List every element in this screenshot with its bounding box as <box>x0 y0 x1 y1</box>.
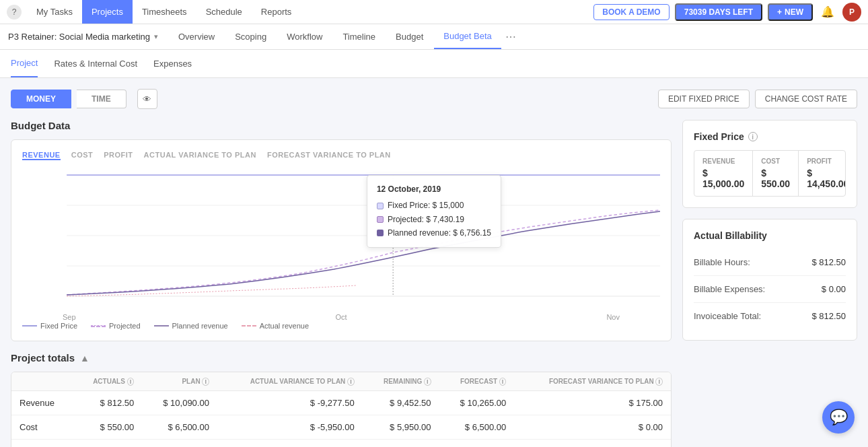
tab-overview[interactable]: Overview <box>169 24 224 49</box>
fixed-price-card: Fixed Price i REVENUE $ 15,000.00 COST $… <box>682 120 857 208</box>
eye-toggle[interactable]: 👁 <box>137 89 157 109</box>
chevron-down-icon: ▾ <box>154 32 158 41</box>
invoiceable-total-value: $ 812.50 <box>811 311 846 321</box>
project-totals-section: Project totals ▲ ACTUALS i PLAN i ACTUAL… <box>11 352 672 447</box>
tooltip-planned: Planned revenue: $ 6,756.15 <box>388 226 491 240</box>
help-icon[interactable]: ? <box>7 5 22 20</box>
legend-actual-variance[interactable]: ACTUAL VARIANCE TO PLAN <box>144 151 256 160</box>
table-row: Profit $ 262.50 $ 3,590.00 $ -3,327.50 $… <box>11 440 671 448</box>
billable-hours-label: Billable Hours: <box>694 257 750 267</box>
days-left-button[interactable]: 73039 DAYS LEFT <box>675 3 762 21</box>
profit-label: PROFIT <box>807 158 846 165</box>
plus-icon: + <box>777 7 782 17</box>
revenue-value: $ 15,000.00 <box>702 168 744 189</box>
top-nav: ? My Tasks Projects Timesheets Schedule … <box>0 0 868 24</box>
chat-widget[interactable]: 💬 <box>822 401 855 434</box>
tab-timeline[interactable]: Timeline <box>333 24 385 49</box>
table-row: Revenue $ 812.50 $ 10,090.00 $ -9,277.50… <box>11 391 671 415</box>
revenue-label: REVENUE <box>702 158 744 165</box>
budget-data-section: Budget Data REVENUE COST PROFIT ACTUAL V… <box>11 120 672 341</box>
billable-hours-value: $ 812.50 <box>811 257 846 267</box>
new-button[interactable]: + NEW <box>768 3 813 21</box>
nav-my-tasks[interactable]: My Tasks <box>27 0 82 24</box>
legend-revenue[interactable]: REVENUE <box>22 151 61 160</box>
x-label-oct: Oct <box>335 313 347 321</box>
tooltip-fixed-price: Fixed Price: $ 15,000 <box>388 199 464 212</box>
legend-profit[interactable]: PROFIT <box>104 151 133 160</box>
cost-value: $ 550.00 <box>761 168 790 189</box>
chart-legend-fixed-price: Fixed Price <box>40 322 77 330</box>
billable-expenses-value: $ 0.00 <box>822 284 846 294</box>
notification-icon[interactable]: 🔔 <box>818 3 837 22</box>
chart-legend-planned: Planned revenue <box>172 322 228 330</box>
nav-schedule[interactable]: Schedule <box>196 0 252 24</box>
tab-workflow[interactable]: Workflow <box>277 24 332 49</box>
nav-reports[interactable]: Reports <box>252 0 301 24</box>
col-plan: PLAN i <box>142 372 217 391</box>
actual-billability-title: Actual Billability <box>694 230 846 241</box>
sub-tab-expenses[interactable]: Expenses <box>153 50 192 77</box>
chart-legend-projected: Projected <box>109 322 140 330</box>
col-forecast: FORECAST i <box>439 372 515 391</box>
info-icon[interactable]: i <box>748 132 758 141</box>
sub-tabs: Project Rates & Internal Cost Expenses <box>0 50 868 78</box>
cost-label: COST <box>761 158 790 165</box>
avatar[interactable]: P <box>842 3 861 22</box>
project-name[interactable]: P3 Retainer: Social Media marketing ▾ <box>8 32 158 42</box>
legend-forecast-variance[interactable]: FORECAST VARIANCE TO PLAN <box>267 151 391 160</box>
billable-expenses-label: Billable Expenses: <box>694 284 765 294</box>
chart-tooltip: 12 October, 2019 Fixed Price: $ 15,000 P… <box>367 175 501 248</box>
tab-scoping[interactable]: Scoping <box>225 24 276 49</box>
change-cost-rate-button[interactable]: CHANGE COST RATE <box>755 90 857 108</box>
legend-cost[interactable]: COST <box>71 151 94 160</box>
project-bar: P3 Retainer: Social Media marketing ▾ Ov… <box>0 24 868 50</box>
actual-billability-card: Actual Billability Billable Hours: $ 812… <box>682 219 857 341</box>
fixed-price-title: Fixed Price i <box>694 131 846 142</box>
col-actual-variance: ACTUAL VARIANCE TO PLAN i <box>217 372 363 391</box>
profit-value: $ 14,450.00 <box>807 168 846 189</box>
nav-timesheets[interactable]: Timesheets <box>133 0 196 24</box>
sub-tab-project[interactable]: Project <box>11 50 38 77</box>
time-toggle[interactable]: TIME <box>77 90 126 108</box>
invoiceable-total-label: Invoiceable Total: <box>694 311 761 321</box>
money-toggle[interactable]: MONEY <box>11 90 71 108</box>
table-row: Cost $ 550.00 $ 6,500.00 $ -5,950.00 $ 5… <box>11 415 671 440</box>
edit-fixed-price-button[interactable]: EDIT FIXED PRICE <box>658 90 750 108</box>
tab-budget[interactable]: Budget <box>386 24 433 49</box>
tooltip-projected: Projected: $ 7,430.19 <box>388 213 464 226</box>
budget-chart <box>22 168 660 316</box>
nav-projects[interactable]: Projects <box>82 0 133 24</box>
col-remaining: REMAINING i <box>363 372 439 391</box>
chart-legend-actual: Actual revenue <box>260 322 309 330</box>
tooltip-title: 12 October, 2019 <box>377 182 491 196</box>
col-forecast-variance: FORECAST VARIANCE TO PLAN i <box>514 372 671 391</box>
x-label-sep: Sep <box>63 313 76 321</box>
sub-tab-rates[interactable]: Rates & Internal Cost <box>54 50 137 77</box>
more-icon[interactable]: ⋯ <box>505 30 516 43</box>
collapse-icon[interactable]: ▲ <box>80 353 89 364</box>
x-label-nov: Nov <box>606 313 620 321</box>
tab-budget-beta[interactable]: Budget Beta <box>434 24 501 49</box>
budget-data-title: Budget Data <box>11 120 672 131</box>
project-totals-title: Project totals <box>11 352 75 364</box>
col-actuals: ACTUALS i <box>73 372 143 391</box>
book-demo-button[interactable]: BOOK A DEMO <box>593 4 669 20</box>
